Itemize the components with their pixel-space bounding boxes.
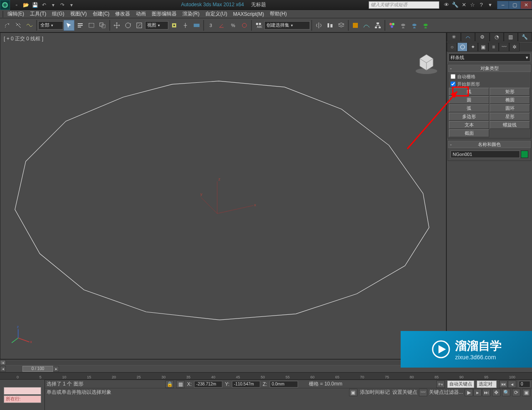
exchange-icon[interactable]: ✕ xyxy=(460,1,468,9)
key-mode-icon[interactable]: 〰 xyxy=(419,389,427,396)
material-editor-icon[interactable] xyxy=(387,20,397,31)
redo-icon[interactable]: ↷ xyxy=(58,1,66,9)
new-icon[interactable]: ▫ xyxy=(12,1,21,9)
viewport[interactable]: [ + 0 正交 0 线框 ] y x z z x xyxy=(0,32,446,359)
shape-category-dropdown[interactable]: 样条线 xyxy=(448,53,530,62)
view-cube[interactable] xyxy=(413,49,440,76)
snap-toggle-icon[interactable]: 3 xyxy=(205,20,216,31)
open-icon[interactable]: 📂 xyxy=(22,1,30,9)
save-icon[interactable]: 💾 xyxy=(31,1,39,9)
rotate-icon[interactable] xyxy=(123,20,133,31)
btn-helix[interactable]: 螺旋线 xyxy=(490,121,530,129)
menu-customize[interactable]: 自定义(U) xyxy=(203,10,230,18)
autogrid-checkbox[interactable] xyxy=(451,74,456,79)
render-setup-icon[interactable] xyxy=(398,20,409,31)
sub-cameras[interactable]: ▣ xyxy=(478,42,488,52)
menu-maxscript[interactable]: MAXScript(M) xyxy=(231,10,267,18)
current-frame[interactable]: 0 xyxy=(519,381,530,388)
menu-modifiers[interactable]: 修改器 xyxy=(113,10,133,18)
favorite-icon[interactable]: ☆ xyxy=(469,1,476,9)
menu-help[interactable]: 帮助(H) xyxy=(267,10,289,18)
minimize-button[interactable]: – xyxy=(497,1,509,9)
sub-systems[interactable]: ✲ xyxy=(509,42,520,52)
time-prev[interactable]: ◂ xyxy=(0,366,6,372)
btn-rectangle[interactable]: 矩形 xyxy=(490,88,530,96)
btn-ngon[interactable]: 多边形 xyxy=(449,113,489,121)
tab-hierarchy[interactable]: ⚙ xyxy=(475,32,489,42)
spinner-snap-icon[interactable] xyxy=(239,20,250,31)
btn-ellipse[interactable]: 椭圆 xyxy=(490,96,530,104)
move-icon[interactable] xyxy=(111,20,122,31)
add-time-tag[interactable]: 添加时间标记 xyxy=(360,389,390,396)
btn-arc[interactable]: 弧 xyxy=(449,104,489,112)
object-color-swatch[interactable] xyxy=(521,151,528,158)
bind-space-warp-icon[interactable] xyxy=(24,20,35,31)
schematic-view-icon[interactable] xyxy=(372,20,383,31)
object-name-input[interactable] xyxy=(451,151,520,158)
rollout-name-color-header[interactable]: 名称和颜色 xyxy=(448,141,531,148)
search-input[interactable]: 键入关键字或短语 xyxy=(369,1,439,9)
angle-snap-icon[interactable] xyxy=(217,20,227,31)
menu-grapheditors[interactable]: 图形编辑器 xyxy=(149,10,179,18)
curve-editor-icon[interactable] xyxy=(361,20,372,31)
menu-animation[interactable]: 动画 xyxy=(133,10,148,18)
time-next[interactable]: ▸ xyxy=(53,366,59,372)
tab-utilities[interactable]: 🔧 xyxy=(518,32,532,42)
key-icon[interactable]: 🔧 xyxy=(451,1,459,9)
start-new-shape-checkbox[interactable] xyxy=(451,82,456,86)
time-slider-handle[interactable]: 0 / 100 xyxy=(22,366,53,372)
tab-motion[interactable]: ◔ xyxy=(490,32,504,42)
percent-snap-icon[interactable]: % xyxy=(228,20,239,31)
close-button[interactable]: ✕ xyxy=(520,1,532,9)
select-by-name-icon[interactable] xyxy=(75,20,86,31)
btn-line[interactable]: 线 xyxy=(449,88,489,96)
selected-objects[interactable]: 选定对 xyxy=(477,380,497,388)
btn-circle[interactable]: 圆 xyxy=(449,96,489,104)
viewport-nav-orbit-icon[interactable]: ⟳ xyxy=(512,389,520,396)
render-frame-icon[interactable] xyxy=(409,20,420,31)
viewport-nav-zoom-icon[interactable]: 🔍 xyxy=(502,389,510,396)
window-crossing-icon[interactable] xyxy=(97,20,108,31)
layers-icon[interactable] xyxy=(336,20,347,31)
sub-helpers[interactable]: ≡ xyxy=(488,42,499,52)
sub-spacewarps[interactable]: 〰 xyxy=(499,42,509,52)
selection-filter-dropdown[interactable]: 全部 xyxy=(38,21,63,30)
menu-views[interactable]: 视图(V) xyxy=(68,10,89,18)
tab-create[interactable]: ✳ xyxy=(447,32,461,42)
menu-group[interactable]: 组(G) xyxy=(49,10,66,18)
goto-end-icon[interactable]: ⏭ xyxy=(482,389,490,396)
select-object-icon[interactable] xyxy=(64,20,74,31)
goto-start-icon[interactable]: ⏮ xyxy=(499,380,507,388)
key-icon[interactable]: 🗝 xyxy=(436,380,445,388)
graphite-icon[interactable] xyxy=(350,20,361,31)
named-selection-dropdown[interactable]: 创建选择集 xyxy=(264,21,310,30)
dropdown-icon[interactable]: ▾ xyxy=(486,1,494,9)
undo-icon[interactable]: ↶ xyxy=(40,1,48,9)
btn-donut[interactable]: 圆环 xyxy=(490,104,530,112)
menu-rendering[interactable]: 渲染(R) xyxy=(180,10,202,18)
align-icon[interactable] xyxy=(325,20,335,31)
manipulate-icon[interactable] xyxy=(180,20,191,31)
named-sets-edit-icon[interactable]: ABC xyxy=(253,20,264,31)
time-tag-icon[interactable]: ▣ xyxy=(349,389,357,396)
prev-frame-icon[interactable]: ◂ xyxy=(508,380,516,388)
rectangular-region-icon[interactable] xyxy=(86,20,97,31)
menu-edit[interactable]: 编辑(E) xyxy=(5,10,27,18)
coord-z[interactable]: 0.0mm xyxy=(270,381,298,388)
auto-key-button[interactable]: 自动关键点 xyxy=(447,380,474,388)
app-icon[interactable] xyxy=(0,0,10,10)
maximize-button[interactable]: ▢ xyxy=(509,1,520,9)
btn-section[interactable]: 截面 xyxy=(449,129,489,137)
key-filters-button[interactable]: 关键点过滤器... xyxy=(429,389,463,396)
menu-tools[interactable]: 工具(T) xyxy=(27,10,49,18)
tab-display[interactable]: ▥ xyxy=(504,32,518,42)
sub-lights[interactable]: ✦ xyxy=(468,42,478,52)
tab-modify[interactable] xyxy=(461,32,475,42)
scale-icon[interactable] xyxy=(134,20,145,31)
time-ruler[interactable]: 0510152025303540455055606570758085909510… xyxy=(0,372,532,380)
menu-create[interactable]: 创建(C) xyxy=(90,10,112,18)
btn-text[interactable]: 文本 xyxy=(449,121,489,129)
sub-geometry[interactable]: ○ xyxy=(447,42,457,52)
lock-selection-icon[interactable]: 🔒 xyxy=(165,380,174,388)
btn-star[interactable]: 星形 xyxy=(490,113,530,121)
